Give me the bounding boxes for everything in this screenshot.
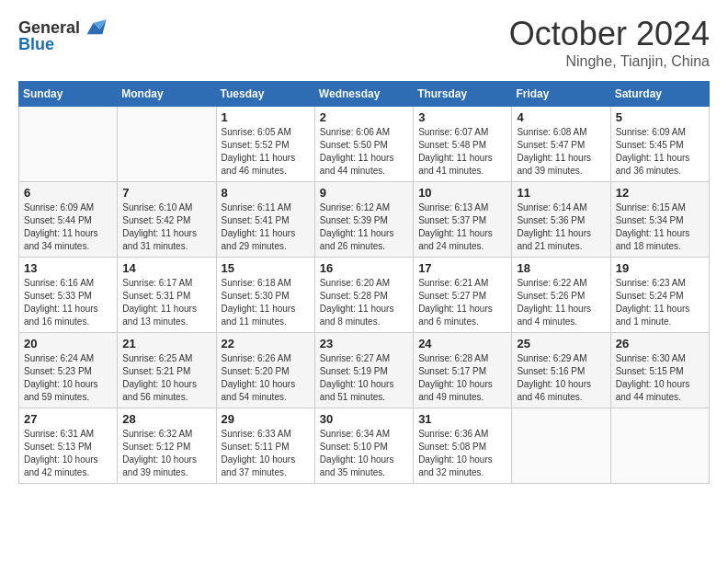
day-info: Sunrise: 6:22 AM Sunset: 5:26 PM Dayligh… [517, 277, 605, 328]
calendar-cell: 3Sunrise: 6:07 AM Sunset: 5:48 PM Daylig… [414, 107, 512, 182]
day-info: Sunrise: 6:30 AM Sunset: 5:15 PM Dayligh… [616, 352, 704, 404]
month-title: October 2024 [509, 15, 710, 53]
day-number: 1 [222, 110, 310, 124]
day-info: Sunrise: 6:34 AM Sunset: 5:10 PM Dayligh… [320, 428, 408, 479]
day-info: Sunrise: 6:14 AM Sunset: 5:36 PM Dayligh… [517, 201, 605, 253]
column-header-wednesday: Wednesday [314, 82, 413, 107]
day-number: 25 [517, 337, 605, 350]
day-number: 18 [517, 261, 605, 275]
day-info: Sunrise: 6:23 AM Sunset: 5:24 PM Dayligh… [616, 277, 704, 328]
calendar-cell [19, 107, 118, 182]
day-number: 31 [418, 412, 506, 426]
day-number: 12 [616, 186, 704, 200]
day-number: 23 [320, 337, 408, 350]
day-info: Sunrise: 6:17 AM Sunset: 5:31 PM Dayligh… [122, 277, 210, 328]
calendar-cell: 14Sunrise: 6:17 AM Sunset: 5:31 PM Dayli… [118, 258, 216, 333]
day-info: Sunrise: 6:15 AM Sunset: 5:34 PM Dayligh… [616, 201, 704, 253]
calendar-cell: 18Sunrise: 6:22 AM Sunset: 5:26 PM Dayli… [512, 258, 610, 333]
calendar-cell: 22Sunrise: 6:26 AM Sunset: 5:20 PM Dayli… [216, 333, 314, 408]
day-number: 3 [418, 110, 506, 124]
calendar-cell: 8Sunrise: 6:11 AM Sunset: 5:41 PM Daylig… [216, 182, 314, 258]
day-info: Sunrise: 6:21 AM Sunset: 5:27 PM Dayligh… [418, 277, 506, 328]
day-info: Sunrise: 6:09 AM Sunset: 5:45 PM Dayligh… [616, 126, 704, 178]
calendar-cell: 17Sunrise: 6:21 AM Sunset: 5:27 PM Dayli… [414, 258, 512, 333]
day-number: 29 [222, 412, 310, 426]
logo-blue-text: Blue [18, 35, 54, 54]
logo: General Blue [18, 15, 108, 54]
calendar-cell: 31Sunrise: 6:36 AM Sunset: 5:08 PM Dayli… [414, 408, 512, 484]
day-number: 21 [122, 337, 210, 350]
day-info: Sunrise: 6:24 AM Sunset: 5:23 PM Dayligh… [24, 352, 112, 404]
calendar-table: SundayMondayTuesdayWednesdayThursdayFrid… [18, 81, 710, 484]
calendar-week-row: 27Sunrise: 6:31 AM Sunset: 5:13 PM Dayli… [19, 408, 710, 484]
calendar-cell [512, 408, 610, 484]
calendar-cell: 19Sunrise: 6:23 AM Sunset: 5:24 PM Dayli… [610, 258, 709, 333]
day-number: 6 [24, 186, 112, 200]
column-header-tuesday: Tuesday [216, 82, 314, 107]
day-info: Sunrise: 6:33 AM Sunset: 5:11 PM Dayligh… [222, 428, 310, 479]
day-info: Sunrise: 6:27 AM Sunset: 5:19 PM Dayligh… [320, 352, 408, 404]
day-info: Sunrise: 6:07 AM Sunset: 5:48 PM Dayligh… [418, 126, 506, 178]
day-info: Sunrise: 6:18 AM Sunset: 5:30 PM Dayligh… [222, 277, 310, 328]
calendar-cell: 30Sunrise: 6:34 AM Sunset: 5:10 PM Dayli… [314, 408, 413, 484]
day-number: 7 [122, 186, 210, 200]
column-header-thursday: Thursday [414, 82, 512, 107]
calendar-cell [610, 408, 709, 484]
calendar-cell: 1Sunrise: 6:05 AM Sunset: 5:52 PM Daylig… [216, 107, 314, 182]
day-number: 24 [418, 337, 506, 350]
calendar-cell [118, 107, 216, 182]
calendar-cell: 7Sunrise: 6:10 AM Sunset: 5:42 PM Daylig… [118, 182, 216, 258]
calendar-cell: 9Sunrise: 6:12 AM Sunset: 5:39 PM Daylig… [314, 182, 413, 258]
day-info: Sunrise: 6:32 AM Sunset: 5:12 PM Dayligh… [122, 428, 210, 479]
day-info: Sunrise: 6:36 AM Sunset: 5:08 PM Dayligh… [418, 428, 506, 479]
calendar-cell: 24Sunrise: 6:28 AM Sunset: 5:17 PM Dayli… [414, 333, 512, 408]
day-info: Sunrise: 6:11 AM Sunset: 5:41 PM Dayligh… [222, 201, 310, 253]
day-info: Sunrise: 6:10 AM Sunset: 5:42 PM Dayligh… [122, 201, 210, 253]
day-number: 11 [517, 186, 605, 200]
day-number: 5 [616, 110, 704, 124]
day-number: 30 [320, 412, 408, 426]
calendar-cell: 11Sunrise: 6:14 AM Sunset: 5:36 PM Dayli… [512, 182, 610, 258]
day-number: 17 [418, 261, 506, 275]
logo-bird-icon [82, 15, 108, 40]
day-number: 26 [616, 337, 704, 350]
day-number: 13 [24, 261, 112, 275]
column-header-friday: Friday [512, 82, 610, 107]
calendar-cell: 20Sunrise: 6:24 AM Sunset: 5:23 PM Dayli… [19, 333, 118, 408]
calendar-cell: 6Sunrise: 6:09 AM Sunset: 5:44 PM Daylig… [19, 182, 118, 258]
calendar-cell: 2Sunrise: 6:06 AM Sunset: 5:50 PM Daylig… [314, 107, 413, 182]
day-info: Sunrise: 6:20 AM Sunset: 5:28 PM Dayligh… [320, 277, 408, 328]
day-number: 8 [222, 186, 310, 200]
calendar-header-row: SundayMondayTuesdayWednesdayThursdayFrid… [19, 82, 710, 107]
day-number: 20 [24, 337, 112, 350]
day-number: 22 [222, 337, 310, 350]
day-info: Sunrise: 6:25 AM Sunset: 5:21 PM Dayligh… [122, 352, 210, 404]
location-title: Ninghe, Tianjin, China [509, 53, 710, 70]
day-number: 10 [418, 186, 506, 200]
calendar-cell: 10Sunrise: 6:13 AM Sunset: 5:37 PM Dayli… [414, 182, 512, 258]
calendar-week-row: 13Sunrise: 6:16 AM Sunset: 5:33 PM Dayli… [19, 258, 710, 333]
day-number: 28 [122, 412, 210, 426]
calendar-cell: 21Sunrise: 6:25 AM Sunset: 5:21 PM Dayli… [118, 333, 216, 408]
day-info: Sunrise: 6:08 AM Sunset: 5:47 PM Dayligh… [517, 126, 605, 178]
day-info: Sunrise: 6:05 AM Sunset: 5:52 PM Dayligh… [222, 126, 310, 178]
day-number: 27 [24, 412, 112, 426]
day-info: Sunrise: 6:16 AM Sunset: 5:33 PM Dayligh… [24, 277, 112, 328]
calendar-cell: 26Sunrise: 6:30 AM Sunset: 5:15 PM Dayli… [610, 333, 709, 408]
day-number: 4 [517, 110, 605, 124]
header: General Blue October 2024 Ninghe, Tianji… [18, 15, 710, 70]
calendar-week-row: 1Sunrise: 6:05 AM Sunset: 5:52 PM Daylig… [19, 107, 710, 182]
calendar-week-row: 6Sunrise: 6:09 AM Sunset: 5:44 PM Daylig… [19, 182, 710, 258]
calendar-cell: 12Sunrise: 6:15 AM Sunset: 5:34 PM Dayli… [610, 182, 709, 258]
calendar-cell: 25Sunrise: 6:29 AM Sunset: 5:16 PM Dayli… [512, 333, 610, 408]
day-number: 9 [320, 186, 408, 200]
calendar-cell: 13Sunrise: 6:16 AM Sunset: 5:33 PM Dayli… [19, 258, 118, 333]
day-number: 16 [320, 261, 408, 275]
calendar-cell: 15Sunrise: 6:18 AM Sunset: 5:30 PM Dayli… [216, 258, 314, 333]
day-info: Sunrise: 6:12 AM Sunset: 5:39 PM Dayligh… [320, 201, 408, 253]
day-info: Sunrise: 6:31 AM Sunset: 5:13 PM Dayligh… [24, 428, 112, 479]
calendar-cell: 27Sunrise: 6:31 AM Sunset: 5:13 PM Dayli… [19, 408, 118, 484]
calendar-cell: 4Sunrise: 6:08 AM Sunset: 5:47 PM Daylig… [512, 107, 610, 182]
column-header-sunday: Sunday [19, 82, 118, 107]
day-number: 14 [122, 261, 210, 275]
